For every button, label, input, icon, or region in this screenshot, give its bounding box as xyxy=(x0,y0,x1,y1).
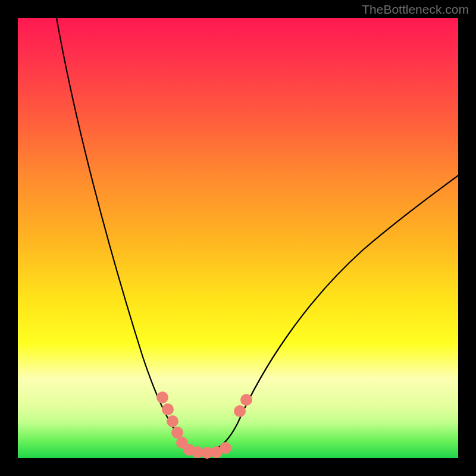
dot xyxy=(234,405,246,417)
dot xyxy=(156,392,168,403)
dot xyxy=(162,403,174,415)
dot xyxy=(240,394,252,406)
outer-frame: TheBottleneck.com xyxy=(0,0,476,476)
plot-area xyxy=(18,18,458,458)
dots-group xyxy=(156,392,252,459)
curve-left-branch xyxy=(57,18,196,453)
dot xyxy=(171,427,183,439)
chart-svg xyxy=(18,18,458,458)
watermark-text: TheBottleneck.com xyxy=(362,2,469,17)
dot xyxy=(220,442,231,454)
dot xyxy=(167,415,178,427)
